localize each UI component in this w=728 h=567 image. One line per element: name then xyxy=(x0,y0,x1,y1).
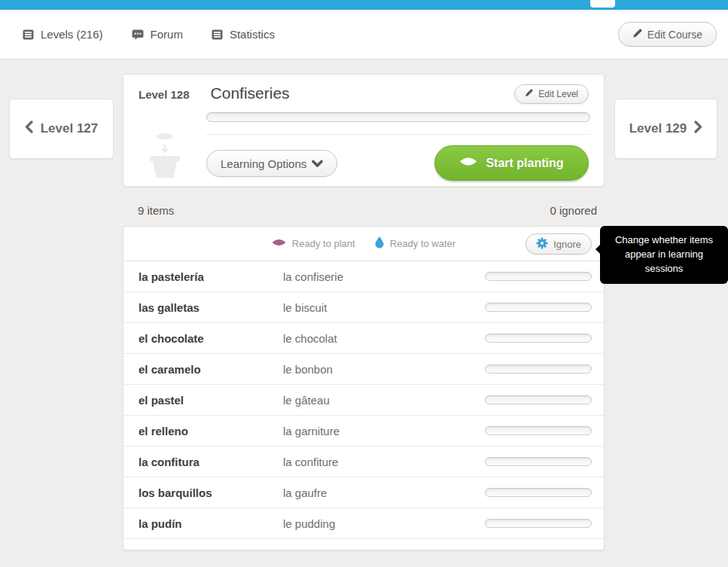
ignore-button[interactable]: Ignore xyxy=(525,233,592,255)
term-text: el caramelo xyxy=(123,363,283,376)
next-level-button[interactable]: Level 129 xyxy=(614,99,717,159)
level-number-label: Level 128 xyxy=(139,88,190,101)
nav-item-label: Forum xyxy=(151,28,183,41)
ignored-count: 0 ignored xyxy=(550,204,597,217)
item-progress-bar xyxy=(485,272,592,281)
table-row: los barquillos la gaufre xyxy=(123,477,604,508)
chevron-down-icon xyxy=(312,157,323,170)
definition-text: la confiserie xyxy=(283,270,485,283)
item-progress-bar xyxy=(485,488,592,497)
tooltip-text: Change whether items appear in learning … xyxy=(615,234,713,274)
item-progress-bar xyxy=(485,364,592,373)
learning-options-label: Learning Options xyxy=(221,157,306,170)
list-icon xyxy=(23,29,34,40)
items-count: 9 items xyxy=(138,204,174,217)
table-row: la pudín le pudding xyxy=(123,508,604,539)
learning-options-button[interactable]: Learning Options xyxy=(206,150,337,177)
next-level-label: Level 129 xyxy=(629,121,687,136)
item-progress-bar xyxy=(485,334,592,343)
table-row: el chocolate le chocolat xyxy=(123,323,604,354)
chevron-left-icon xyxy=(25,120,33,137)
term-text: el chocolate xyxy=(123,332,283,345)
term-text: la confitura xyxy=(123,456,283,468)
term-text: el relleno xyxy=(123,425,283,437)
level-header: Level 128 Confiseries Edit Level xyxy=(139,84,589,105)
term-text: las galletas xyxy=(123,301,283,314)
planting-pot-icon xyxy=(145,131,184,181)
item-progress-bar xyxy=(485,457,592,466)
nav-item-statistics[interactable]: Statistics xyxy=(212,28,275,41)
edit-course-button[interactable]: Edit Course xyxy=(618,22,717,47)
nav-item-forum[interactable]: Forum xyxy=(132,28,183,41)
table-row: la pastelería la confiserie xyxy=(123,261,604,292)
term-text: el pastel xyxy=(123,394,283,407)
definition-text: la garniture xyxy=(283,425,485,437)
gear-icon xyxy=(536,237,548,251)
definition-text: le gâteau xyxy=(283,394,485,407)
table-row: el pastel le gâteau xyxy=(123,385,604,416)
items-table: Ready to plant Ready to water xyxy=(123,226,605,550)
table-row: el relleno la garniture xyxy=(123,416,604,447)
definition-text: le bonbon xyxy=(283,363,485,376)
ignore-tooltip: Change whether items appear in learning … xyxy=(600,226,728,284)
table-row: la confitura la confiture xyxy=(123,447,604,477)
tooltip-arrow xyxy=(595,244,601,255)
start-planting-button[interactable]: Start planting xyxy=(434,145,589,181)
prev-level-label: Level 127 xyxy=(41,121,99,136)
level-progress-bar xyxy=(206,112,590,122)
speech-bubble-icon xyxy=(132,29,144,40)
seed-icon xyxy=(459,156,477,170)
nav-item-label: Levels (216) xyxy=(41,28,103,41)
level-title: Confiseries xyxy=(211,84,290,102)
legend-label: Ready to plant xyxy=(292,238,355,249)
legend-ready-to-plant: Ready to plant xyxy=(272,238,355,249)
prev-level-button[interactable]: Level 127 xyxy=(9,99,114,159)
table-row: el caramelo le bonbon xyxy=(123,354,604,385)
item-progress-bar xyxy=(485,303,592,312)
divider xyxy=(206,134,590,135)
edit-course-label: Edit Course xyxy=(647,29,702,41)
legend-ready-to-water: Ready to water xyxy=(375,236,455,251)
page: Levels (216) Forum Statistics Edit Cours… xyxy=(0,0,728,567)
legend-label: Ready to water xyxy=(390,238,455,249)
definition-text: le biscuit xyxy=(283,301,485,314)
chevron-right-icon xyxy=(694,120,702,137)
ignore-button-label: Ignore xyxy=(553,239,581,250)
start-planting-label: Start planting xyxy=(486,157,563,170)
list-icon xyxy=(212,29,223,40)
term-text: la pastelería xyxy=(123,270,283,283)
definition-text: la confiture xyxy=(283,456,485,468)
top-accent-bar xyxy=(0,0,728,10)
seed-icon xyxy=(272,238,286,249)
edit-level-button[interactable]: Edit Level xyxy=(514,84,589,104)
term-text: la pudín xyxy=(123,517,283,530)
course-navbar: Levels (216) Forum Statistics Edit Cours… xyxy=(0,10,728,59)
definition-text: la gaufre xyxy=(283,486,485,499)
table-header: Ready to plant Ready to water xyxy=(123,227,604,261)
topbar-button-partial[interactable] xyxy=(590,0,615,8)
table-row: las galletas le biscuit xyxy=(123,292,604,323)
items-summary: 9 items 0 ignored xyxy=(123,204,605,217)
definition-text: le chocolat xyxy=(283,332,485,345)
level-card: Level 128 Confiseries Edit Level Learnin… xyxy=(123,74,605,187)
item-progress-bar xyxy=(485,426,592,435)
item-progress-bar xyxy=(485,395,592,404)
definition-text: le pudding xyxy=(283,517,485,530)
edit-level-label: Edit Level xyxy=(538,89,578,99)
nav-item-label: Statistics xyxy=(230,28,275,41)
table-body: la pastelería la confiserie las galletas… xyxy=(123,261,604,539)
pencil-icon xyxy=(525,89,533,99)
droplet-icon xyxy=(375,236,384,251)
item-progress-bar xyxy=(485,519,592,528)
term-text: los barquillos xyxy=(123,486,283,499)
nav-item-levels[interactable]: Levels (216) xyxy=(23,28,103,41)
pencil-icon xyxy=(632,29,642,41)
